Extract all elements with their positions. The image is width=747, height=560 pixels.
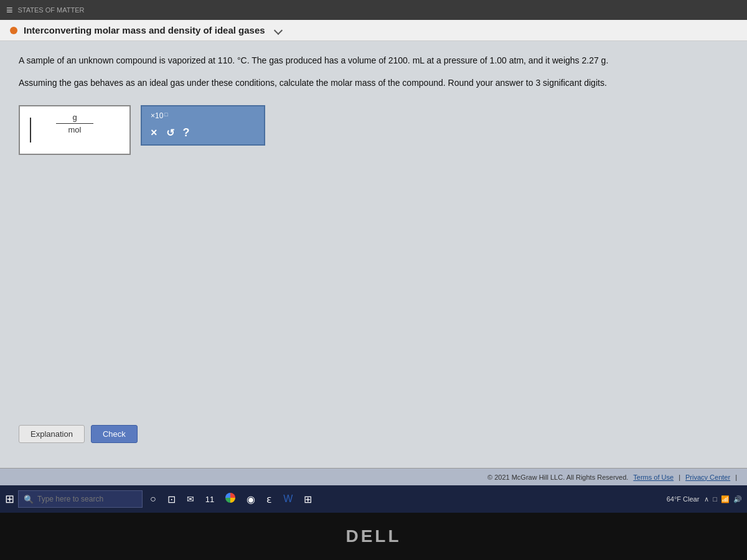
fraction-input-box[interactable]: g mol	[19, 105, 131, 155]
taskbar-cortana-icon[interactable]: ○	[146, 491, 160, 507]
taskbar-teams-icon[interactable]: ◉	[243, 491, 259, 508]
taskbar: ⊞ 🔍 ○ ⊡ ✉ 11 ◉ ɛ W ⊞ 64°F Clear ∧ □ 📶 🔊	[0, 485, 747, 513]
taskbar-search-bar[interactable]: 🔍	[18, 490, 143, 508]
taskbar-network-icon[interactable]: 📶	[721, 495, 730, 503]
taskbar-weather: 64°F Clear	[667, 495, 700, 503]
question-line2: Assuming the gas behaves as an ideal gas…	[19, 76, 728, 90]
dell-logo: DELL	[345, 526, 401, 546]
main-content: A sample of an unknown compound is vapor…	[0, 41, 747, 468]
expand-icon[interactable]	[274, 26, 283, 34]
taskbar-search-input[interactable]	[37, 495, 131, 503]
taskbar-spreadsheet-icon[interactable]: ⊞	[300, 491, 316, 508]
sci-notation-top: ×10 □	[151, 111, 255, 120]
terms-of-use-link[interactable]: Terms of Use	[633, 474, 674, 481]
orange-dot-icon	[10, 27, 17, 34]
multiply-button[interactable]: ×	[151, 126, 157, 139]
sci-notation-box: ×10 □ × ↺ ?	[141, 105, 265, 146]
separator: |	[679, 474, 680, 481]
taskbar-arrow-icon[interactable]: ∧	[704, 495, 709, 503]
copyright-bar: © 2021 McGraw Hill LLC. All Rights Reser…	[0, 468, 747, 485]
fraction-denominator: mol	[56, 124, 93, 134]
end-separator: |	[735, 474, 737, 481]
hamburger-icon[interactable]: ≡	[6, 4, 13, 17]
taskbar-time-icon[interactable]: 11	[202, 491, 218, 507]
check-button[interactable]: Check	[91, 425, 138, 443]
top-bar: ≡ STATES OF MATTER	[0, 0, 747, 20]
taskbar-mail-icon[interactable]: ✉	[183, 492, 198, 506]
exponent-input[interactable]: □	[164, 111, 167, 118]
windows-start-icon[interactable]: ⊞	[5, 492, 14, 506]
x10-label: ×10 □	[151, 111, 168, 120]
answer-section: g mol ×10 □ × ↺ ?	[19, 105, 728, 155]
page-title-bar: Interconverting molar mass and density o…	[0, 20, 747, 41]
copyright-text: © 2021 McGraw Hill LLC. All Rights Reser…	[487, 474, 628, 481]
taskbar-browser-icon[interactable]: ɛ	[263, 491, 276, 508]
taskbar-volume-icon[interactable]: 🔊	[733, 495, 742, 503]
taskbar-right: 64°F Clear ∧ □ 📶 🔊	[667, 495, 742, 503]
question-line1: A sample of an unknown compound is vapor…	[19, 54, 728, 67]
explanation-button[interactable]: Explanation	[19, 425, 85, 443]
taskbar-search-icon: 🔍	[24, 495, 34, 504]
page-title: Interconverting molar mass and density o…	[24, 25, 265, 35]
undo-button[interactable]: ↺	[166, 127, 174, 139]
section-label: STATES OF MATTER	[18, 6, 85, 14]
help-button[interactable]: ?	[183, 126, 190, 139]
taskbar-word-icon[interactable]: W	[280, 491, 296, 507]
sci-buttons: × ↺ ?	[151, 126, 255, 139]
taskbar-system-icons: ∧ □ 📶 🔊	[704, 495, 742, 503]
taskbar-taskview-icon[interactable]: ⊡	[164, 491, 179, 508]
dell-area: DELL	[0, 513, 747, 560]
taskbar-battery-icon: □	[713, 495, 717, 503]
taskbar-chrome-icon[interactable]	[222, 490, 239, 508]
cursor-indicator	[30, 118, 31, 142]
fraction-numerator: g	[56, 113, 93, 124]
privacy-center-link[interactable]: Privacy Center	[685, 474, 730, 481]
bottom-bar: Explanation Check	[19, 425, 138, 443]
